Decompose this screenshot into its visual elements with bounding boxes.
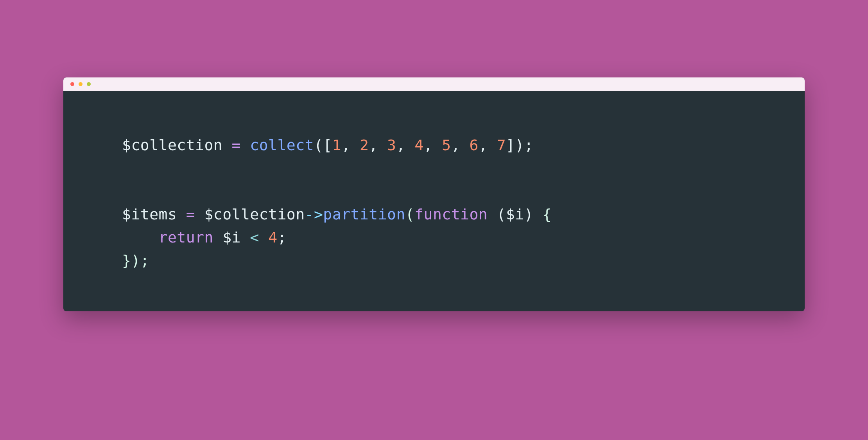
bracket-open: ([	[314, 136, 332, 154]
space	[533, 206, 542, 223]
comma: ,	[341, 136, 360, 154]
brace-close: }	[122, 252, 131, 269]
num-4: 4	[414, 136, 423, 154]
paren-close: )	[524, 206, 533, 223]
bracket-close: ]);	[506, 136, 533, 154]
comma: ,	[424, 136, 442, 154]
code-line-4: });	[122, 249, 805, 272]
code-line-2: $items = $collection->partition(function…	[122, 203, 805, 226]
variable-items: $items	[122, 206, 177, 223]
paren-close: );	[131, 252, 149, 269]
num-1: 1	[332, 136, 341, 154]
minimize-icon[interactable]	[79, 82, 82, 86]
num-6: 6	[470, 136, 479, 154]
variable-collection: $collection	[122, 136, 222, 154]
close-icon[interactable]	[70, 82, 74, 86]
num-3: 3	[387, 136, 396, 154]
indent	[122, 229, 159, 246]
comma: ,	[451, 136, 470, 154]
paren-open: (	[497, 206, 506, 223]
blank-line	[122, 157, 805, 203]
num-4: 4	[268, 229, 277, 246]
semicolon: ;	[278, 229, 287, 246]
code-line-3: return $i < 4;	[122, 226, 805, 249]
maximize-icon[interactable]	[87, 82, 91, 86]
method-partition: partition	[323, 206, 405, 223]
space	[241, 229, 250, 246]
code-editor[interactable]: $collection = collect([1, 2, 3, 4, 5, 6,…	[63, 91, 805, 311]
space	[259, 229, 268, 246]
variable-collection: $collection	[204, 206, 305, 223]
lessthan-op: <	[250, 229, 259, 246]
space	[213, 229, 222, 246]
keyword-return: return	[159, 229, 213, 246]
brace-open: {	[543, 206, 552, 223]
arrow-op: ->	[305, 206, 323, 223]
keyword-function: function	[414, 206, 488, 223]
comma: ,	[396, 136, 414, 154]
param-i: $i	[506, 206, 524, 223]
window-titlebar	[63, 77, 805, 91]
assign-op: =	[222, 136, 250, 154]
num-7: 7	[497, 136, 506, 154]
comma: ,	[369, 136, 387, 154]
paren-open: (	[405, 206, 414, 223]
variable-i: $i	[222, 229, 241, 246]
num-2: 2	[360, 136, 369, 154]
comma: ,	[479, 136, 497, 154]
num-5: 5	[442, 136, 451, 154]
code-window: $collection = collect([1, 2, 3, 4, 5, 6,…	[63, 77, 805, 311]
code-line-1: $collection = collect([1, 2, 3, 4, 5, 6,…	[122, 134, 805, 157]
space	[488, 206, 497, 223]
function-collect: collect	[250, 136, 314, 154]
assign-op: =	[177, 206, 204, 223]
